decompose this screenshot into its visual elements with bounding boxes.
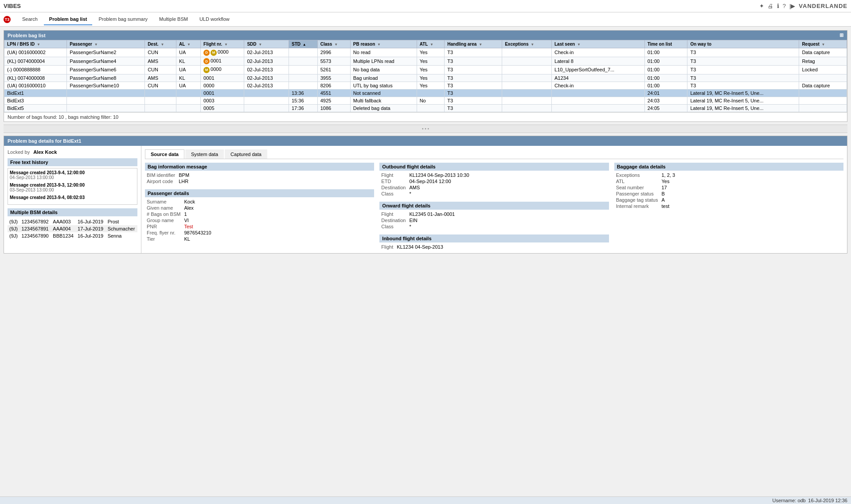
- inbound-grid: FlightKL1234 04-Sep-2013: [379, 244, 609, 250]
- cell-class: 8206: [317, 82, 350, 89]
- cell-passenger: [67, 104, 145, 112]
- baggage-label: Baggage tag status: [616, 197, 658, 203]
- tab-uld-workflow[interactable]: ULD workflow: [194, 14, 235, 25]
- passenger-value: Test: [184, 224, 372, 229]
- col-atl[interactable]: ATL ▼: [417, 40, 445, 48]
- table-row[interactable]: (UA) 0016000010 PassengerSurName10 CUN U…: [4, 82, 847, 89]
- outbound-value: AMS: [409, 185, 607, 190]
- table-row[interactable]: BidExt3 0003 15:36 4925 Multi fallback N…: [4, 97, 847, 104]
- col-class[interactable]: Class ▼: [317, 40, 350, 48]
- cell-pb-reason: Deleted bag data: [350, 104, 417, 112]
- cell-dest: CUN: [145, 82, 176, 89]
- passenger-label: Tier: [147, 236, 180, 242]
- table-row[interactable]: (UA) 0016000002 PassengerSurName2 CUN UA…: [4, 48, 847, 57]
- cell-atl: [417, 104, 445, 112]
- cell-passenger: PassengerSurName8: [67, 74, 145, 82]
- cell-atl: Yes: [417, 82, 445, 89]
- col-dest[interactable]: Dest. ▼: [145, 40, 176, 48]
- arrow-icon[interactable]: |▶: [789, 3, 795, 9]
- cell-std: [289, 74, 318, 82]
- tab-problem-bag-summary[interactable]: Problem bag summary: [93, 14, 153, 25]
- status-bar: Username: odb 16-Jul-2019 12:36: [0, 496, 851, 504]
- cell-pb-reason: No read: [350, 48, 417, 57]
- passenger-value: KL: [184, 236, 372, 242]
- bsm-name: Schumacher: [106, 225, 137, 232]
- question-icon[interactable]: ?: [783, 3, 786, 9]
- table-row[interactable]: BidExt1 0001 13:36 4551 Not scanned T3 2…: [4, 89, 847, 97]
- detail-title: Problem bag details for BidExt1: [8, 138, 81, 144]
- cell-flight: 0001: [201, 74, 244, 82]
- cell-on-way-to: T3: [687, 82, 799, 89]
- outbound-grid: FlightKL1234 04-Sep-2013 10:30ETD04-Sep-…: [379, 172, 609, 196]
- resize-handle[interactable]: • • •: [4, 125, 847, 133]
- info-icon[interactable]: ℹ: [777, 3, 779, 9]
- col-std[interactable]: STD ▲: [289, 40, 318, 48]
- cell-flight: 0003: [201, 97, 244, 104]
- baggage-value: test: [661, 203, 842, 209]
- col-passenger[interactable]: Passenger ▼: [67, 40, 145, 48]
- col-pb-reason[interactable]: PB reason ▼: [350, 40, 417, 48]
- col-sdd[interactable]: SDD ▼: [244, 40, 289, 48]
- table-row[interactable]: BidExt5 0005 17:36 1086 Deleted bag data…: [4, 104, 847, 112]
- cell-request: Data capture: [799, 48, 847, 57]
- cell-std: [289, 82, 318, 89]
- cell-atl: Yes: [417, 74, 445, 82]
- cell-al: UA: [176, 48, 201, 57]
- table-row[interactable]: (-) 0000888888 PassengerSurName6 CUN UA …: [4, 66, 847, 74]
- col-request[interactable]: Request ▼: [799, 40, 847, 48]
- panel-expand-icon[interactable]: ⊞: [839, 32, 843, 38]
- tab-system-data[interactable]: System data: [185, 149, 224, 159]
- cell-exceptions: [502, 57, 552, 66]
- t3-badge: T3: [4, 16, 11, 23]
- bsm-row[interactable]: (9J)1234567891AAA00417-Jul-2019Schumache…: [8, 225, 137, 232]
- tab-multiple-bsm[interactable]: Multiple BSM: [154, 14, 193, 25]
- tab-captured-data[interactable]: Captured data: [225, 149, 267, 159]
- sun-icon[interactable]: ✦: [759, 3, 764, 9]
- passenger-value: 9876543210: [184, 230, 372, 235]
- tab-search[interactable]: Search: [17, 14, 43, 25]
- bsm-row[interactable]: (9J)1234567892AAA00316-Jul-2019Prost: [8, 218, 137, 225]
- cell-pb-reason: No bag data: [350, 66, 417, 74]
- cell-dest: [145, 104, 176, 112]
- cell-std: [289, 57, 318, 66]
- cell-handling-area: T3: [445, 97, 502, 104]
- tab-source-data[interactable]: Source data: [145, 149, 184, 159]
- cell-handling-area: T3: [445, 66, 502, 74]
- baggage-value: B: [661, 191, 842, 196]
- cell-al: UA: [176, 82, 201, 89]
- free-text-date: 04-Sep-2013 13:00:00: [10, 175, 135, 180]
- cell-lpn: (KL) 0074000008: [4, 74, 67, 82]
- baggage-value: Yes: [661, 179, 842, 184]
- bsm-id: 1234567890: [20, 232, 51, 239]
- col-lpn[interactable]: LPN / BHS ID ▼: [4, 40, 67, 48]
- tab-problem-bag-list[interactable]: Problem bag list: [44, 14, 93, 25]
- passenger-label: PNR: [147, 224, 180, 229]
- free-text-box: Message created 2013-9-4, 12:00:0004-Sep…: [8, 168, 137, 205]
- table-row[interactable]: (KL) 0074000008 PassengerSurName8 AMS KL…: [4, 74, 847, 82]
- col-al[interactable]: AL ▼: [176, 40, 201, 48]
- cell-sdd: 02-Jul-2013: [244, 66, 289, 74]
- cell-time-on-list: 01:00: [644, 66, 687, 74]
- cell-atl: No: [417, 97, 445, 104]
- cell-time-on-list: 24:01: [644, 89, 687, 97]
- free-text-date: 03-Sep-2013 13:00:00: [10, 188, 135, 192]
- passenger-label: Freq. flyer nr.: [147, 230, 180, 235]
- detail-left: Locked by Alex Kock Free text history Me…: [4, 146, 141, 253]
- cell-lpn: BidExt1: [4, 89, 67, 97]
- col-on-way-to: On way to: [687, 40, 799, 48]
- cell-atl: Yes: [417, 66, 445, 74]
- bsm-row[interactable]: (9J)1234567890BBB123416-Jul-2019Senna: [8, 232, 137, 239]
- cell-time-on-list: 01:00: [644, 82, 687, 89]
- cell-class: 3955: [317, 74, 350, 82]
- cell-handling-area: T3: [445, 57, 502, 66]
- print-icon[interactable]: 🖨: [768, 3, 773, 9]
- col-last-seen[interactable]: Last seen ▼: [552, 40, 645, 48]
- table-row[interactable]: (KL) 0074000004 PassengerSurName4 AMS KL…: [4, 57, 847, 66]
- col-flight[interactable]: Flight nr. ▼: [201, 40, 244, 48]
- cell-dest: CUN: [145, 66, 176, 74]
- cell-on-way-to: T3: [687, 66, 799, 74]
- passenger-label: Surname: [147, 199, 180, 204]
- col-exceptions[interactable]: Exceptions ▼: [502, 40, 552, 48]
- cell-time-on-list: 01:00: [644, 57, 687, 66]
- col-handling-area[interactable]: Handling area ▼: [445, 40, 502, 48]
